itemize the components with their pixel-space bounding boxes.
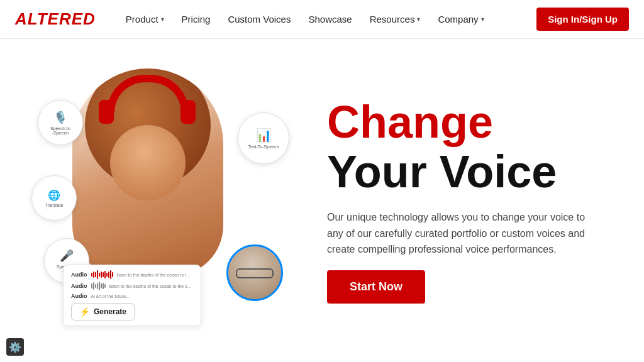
company-chevron-icon: ▾	[481, 16, 484, 23]
badge-speech-speech: 🎙️ Speech-to-Speech	[38, 100, 83, 145]
brand-logo[interactable]: ALTERED	[15, 9, 96, 29]
product-chevron-icon: ▾	[161, 16, 164, 23]
audio-row-2: Audio listen to the depths of the ocean …	[71, 282, 193, 290]
hero-content: Change Your Voice Our unique technology …	[327, 97, 606, 304]
resources-chevron-icon: ▾	[417, 16, 420, 23]
audio-row-1: Audio listen to the depths of the ocean …	[71, 270, 193, 279]
waveform-2	[91, 282, 106, 290]
nav-item-custom-voices[interactable]: Custom Voices	[220, 9, 298, 30]
settings-gear-icon[interactable]: ⚙️	[6, 338, 24, 356]
hero-title-line1: Change	[327, 97, 606, 147]
hero-visual: 🎙️ Speech-to-Speech 🌐 Translate 🎤 Speech…	[38, 62, 302, 339]
speech-text-icon: 🎤	[60, 249, 74, 263]
nav-item-showcase[interactable]: Showcase	[301, 9, 359, 30]
nav-item-company[interactable]: Company ▾	[430, 9, 491, 30]
generate-button[interactable]: ⚡ Generate	[71, 303, 135, 321]
speech-speech-icon: 🎙️	[53, 111, 67, 124]
audio-ui-mockup: Audio listen to the depths of the ocean …	[63, 265, 201, 326]
start-now-button[interactable]: Start Now	[327, 270, 425, 304]
nav-item-resources[interactable]: Resources ▾	[362, 9, 428, 30]
translate-icon: 🌐	[48, 189, 60, 201]
audio-row-3: Audio Ai art of the future...	[71, 293, 193, 299]
nav-item-product[interactable]: Product ▾	[118, 9, 172, 30]
hero-section: 🎙️ Speech-to-Speech 🌐 Translate 🎤 Speech…	[0, 39, 644, 362]
old-man-avatar	[226, 244, 283, 301]
lightning-icon: ⚡	[79, 307, 90, 317]
woman-illustration	[72, 69, 223, 276]
hero-title-line2: Your Voice	[327, 147, 606, 197]
nav-item-pricing[interactable]: Pricing	[174, 9, 218, 30]
hero-subtitle: Our unique technology allows you to chan…	[327, 209, 604, 258]
waveform-1	[91, 270, 113, 279]
navbar: ALTERED Product ▾ Pricing Custom Voices …	[0, 0, 644, 39]
hero-title: Change Your Voice	[327, 97, 606, 197]
signin-signup-button[interactable]: Sign In/Sign Up	[536, 8, 629, 31]
badge-text-to-speech: 📊 Text-To-Speech	[238, 112, 289, 164]
badge-translate: 🌐 Translate	[31, 175, 77, 221]
nav-links: Product ▾ Pricing Custom Voices Showcase…	[118, 9, 536, 30]
tts-waveform-icon: 📊	[256, 128, 272, 143]
